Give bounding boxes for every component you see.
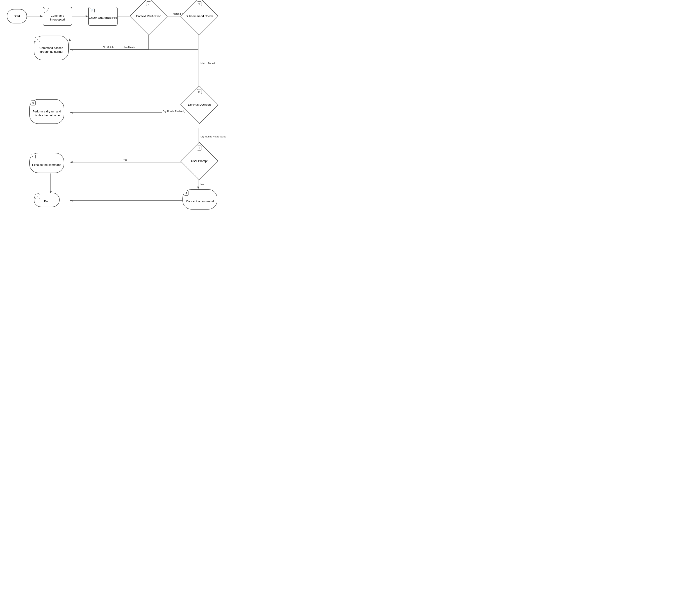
subcommand-check-node: <> Subcommand Check bbox=[182, 0, 216, 32]
perform-dry-run-label: Perform a dry run and display the outcom… bbox=[30, 110, 64, 117]
end-node: ✓ End bbox=[34, 193, 60, 207]
x-icon: ⊗ bbox=[184, 191, 189, 196]
user-prompt-node: ? User Prompt bbox=[182, 144, 216, 178]
command-passes-node: → Command passes through as normal bbox=[34, 36, 69, 60]
eye-icon: 👁 bbox=[31, 101, 36, 106]
end-label: End bbox=[44, 200, 49, 203]
arrow-right-icon: → bbox=[35, 37, 40, 42]
command-passes-label: Command passes through as normal bbox=[34, 46, 68, 54]
check-small-icon: ✓ bbox=[35, 194, 40, 199]
check-guardrails-label: Check Guardrails File bbox=[89, 16, 117, 20]
doc-icon: 📄 bbox=[90, 8, 95, 13]
dry-run-decision-label: Dry Run Decision bbox=[188, 103, 211, 107]
check-icon: ✓ bbox=[146, 1, 151, 6]
label-yes: Yes bbox=[123, 158, 128, 161]
execute-command-label: Execute the command bbox=[32, 163, 61, 167]
cancel-command-label: Cancel the command bbox=[186, 200, 214, 203]
label-match-found-2: Match Found bbox=[200, 62, 215, 65]
label-no-match-2: No Match bbox=[124, 46, 135, 48]
start-label: Start bbox=[14, 15, 20, 18]
shield-icon: 🛡 bbox=[44, 8, 49, 13]
subcommand-check-label: Subcommand Check bbox=[186, 15, 213, 18]
context-verification-node: ✓ Context Verification bbox=[131, 0, 167, 32]
check-guardrails-node: 📄 Check Guardrails File bbox=[88, 7, 118, 26]
context-verification-label: Context Verification bbox=[136, 15, 161, 18]
dry-run-decision-node: ▷ Dry Run Decision bbox=[182, 88, 216, 122]
code-icon: <> bbox=[197, 1, 202, 6]
flowchart-diagram: Match Found No Match No Match Match Foun… bbox=[0, 0, 248, 216]
perform-dry-run-node: 👁 Perform a dry run and display the outc… bbox=[29, 99, 64, 124]
command-intercepted-node: 🛡 Command Intercepted bbox=[43, 7, 72, 26]
execute-command-node: >_ Execute the command bbox=[29, 153, 64, 173]
question-icon: ? bbox=[197, 146, 202, 151]
terminal-icon: >_ bbox=[31, 154, 36, 159]
start-node: Start bbox=[7, 9, 27, 23]
user-prompt-label: User Prompt bbox=[191, 159, 208, 163]
label-no: No bbox=[200, 183, 204, 186]
label-dry-run-enabled: Dry Run is Enabled bbox=[162, 110, 184, 113]
label-dry-run-not-enabled: Dry Run is Not Enabled bbox=[200, 135, 227, 138]
label-no-match-1: No Match bbox=[103, 46, 114, 48]
cancel-command-node: ⊗ Cancel the command bbox=[182, 189, 217, 210]
command-intercepted-label: Command Intercepted bbox=[43, 14, 72, 22]
play-icon: ▷ bbox=[197, 89, 202, 94]
